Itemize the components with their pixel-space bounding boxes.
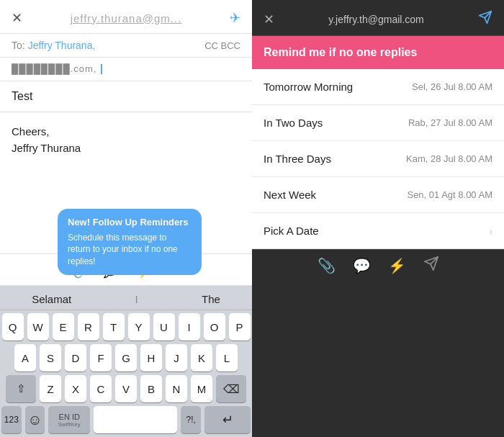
subject-text: Test: [12, 90, 32, 102]
right-send-icon[interactable]: [478, 10, 492, 28]
reminder-label-two-days: In Two Days: [264, 117, 323, 129]
reminder-item-two-days[interactable]: In Two Days Rab, 27 Jul 8.00 AM: [252, 105, 504, 141]
right-header: ✕ y.jeffry.th@gmail.com: [252, 0, 504, 36]
space-key[interactable]: [94, 406, 177, 433]
key-j[interactable]: J: [166, 344, 187, 371]
tooltip-bubble: New! Follow Up Reminders Schedule this m…: [58, 209, 202, 275]
key-x[interactable]: X: [65, 375, 86, 402]
autocorrect-word-1[interactable]: Selamat: [26, 292, 77, 307]
reminder-date-tomorrow: Sel, 26 Jul 8.00 AM: [412, 81, 492, 92]
reminder-label-three-days: In Three Days: [264, 153, 331, 165]
email-input-row[interactable]: ████████.com,: [0, 58, 252, 81]
reminder-item-three-days[interactable]: In Three Days Kam, 28 Jul 8.00 AM: [252, 141, 504, 177]
key-rows: Q W E R T Y U I O P A S D F G H J K: [0, 310, 252, 433]
reminder-item-pick-date[interactable]: Pick A Date ›: [252, 213, 504, 249]
reminder-label-pick-date: Pick A Date: [264, 225, 319, 237]
reminder-item-next-week[interactable]: Next Week Sen, 01 Agt 8.00 AM: [252, 177, 504, 213]
right-keyboard-placeholder: [252, 281, 504, 437]
key-o[interactable]: O: [204, 313, 225, 341]
key-i[interactable]: I: [179, 313, 200, 341]
key-v[interactable]: V: [115, 375, 137, 402]
reminder-list: Tomorrow Morning Sel, 26 Jul 8.00 AM In …: [252, 69, 504, 249]
reminder-date-two-days: Rab, 27 Jul 8.00 AM: [408, 117, 492, 128]
send-icon[interactable]: ✈: [230, 10, 240, 26]
key-y[interactable]: Y: [128, 313, 150, 341]
key-g[interactable]: G: [115, 344, 137, 371]
right-bolt-icon[interactable]: ⚡: [388, 257, 406, 274]
keyboard: Selamat I The Q W E R T Y U I O P A S: [0, 286, 252, 437]
right-toolbar: 📎 💬 ⚡: [252, 249, 504, 281]
right-panel: ✕ y.jeffry.th@gmail.com Remind me if no …: [252, 0, 504, 437]
shift-key[interactable]: ⇧: [6, 375, 36, 402]
key-c[interactable]: C: [90, 375, 112, 402]
right-reminder-icon[interactable]: 💬: [353, 257, 371, 274]
autocorrect-word-3[interactable]: The: [196, 292, 226, 307]
left-panel: ✕ jeffry.thurana@gm... ✈ To: Jeffry Thur…: [0, 0, 252, 437]
reminder-label-tomorrow: Tomorrow Morning: [264, 81, 353, 93]
language-key[interactable]: EN ID SwiftKey: [48, 406, 90, 433]
left-header: ✕ jeffry.thurana@gm... ✈: [0, 0, 252, 34]
remind-header-text: Remind me if no one replies: [264, 46, 417, 58]
key-b[interactable]: B: [140, 375, 162, 402]
cc-bcc-button[interactable]: CC BCC: [204, 40, 240, 51]
key-row-4: 123 ☺ EN ID SwiftKey ?!, ↵: [1, 406, 251, 433]
chevron-right-icon: ›: [489, 225, 492, 237]
compose-recipient-header: jeffry.thurana@gm...: [22, 12, 230, 24]
to-name: Jeffry Thurana,: [28, 40, 96, 51]
to-label: To:: [12, 40, 25, 51]
to-row: To: Jeffry Thurana, CC BCC: [0, 34, 252, 58]
key-row-3: ⇧ Z X C V B N M ⌫: [1, 375, 251, 402]
key-row-2: A S D F G H J K L: [1, 344, 251, 371]
right-attachment-icon[interactable]: 📎: [318, 257, 336, 274]
key-z[interactable]: Z: [40, 375, 61, 402]
cursor: [101, 64, 102, 74]
key-l[interactable]: L: [216, 344, 238, 371]
key-q[interactable]: Q: [2, 313, 24, 341]
autocorrect-word-2[interactable]: I: [130, 292, 144, 307]
reminder-item-tomorrow[interactable]: Tomorrow Morning Sel, 26 Jul 8.00 AM: [252, 69, 504, 105]
body-text: Cheers,Jeffry Thurana: [12, 124, 240, 156]
return-key[interactable]: ↵: [204, 406, 251, 433]
number-key[interactable]: 123: [1, 406, 22, 433]
key-h[interactable]: H: [140, 344, 162, 371]
key-u[interactable]: U: [153, 313, 175, 341]
key-d[interactable]: D: [65, 344, 86, 371]
remind-header: Remind me if no one replies: [252, 36, 504, 69]
key-f[interactable]: F: [90, 344, 112, 371]
key-row-1: Q W E R T Y U I O P: [1, 313, 251, 341]
reminder-date-three-days: Kam, 28 Jul 8.00 AM: [406, 153, 492, 164]
punctuation-key[interactable]: ?!,: [181, 406, 201, 433]
key-n[interactable]: N: [166, 375, 187, 402]
reminder-date-next-week: Sen, 01 Agt 8.00 AM: [407, 189, 492, 200]
key-t[interactable]: T: [103, 313, 125, 341]
key-s[interactable]: S: [40, 344, 61, 371]
close-icon[interactable]: ✕: [12, 10, 22, 26]
key-m[interactable]: M: [191, 375, 212, 402]
tooltip-title: New! Follow Up Reminders: [68, 216, 192, 229]
key-w[interactable]: W: [27, 313, 49, 341]
reminder-label-next-week: Next Week: [264, 189, 316, 201]
key-p[interactable]: P: [229, 313, 251, 341]
subject-row[interactable]: Test: [0, 81, 252, 112]
tooltip-body: Schedule this message to return to your …: [68, 232, 192, 268]
key-a[interactable]: A: [14, 344, 36, 371]
email-value: ████████.com,: [12, 63, 96, 74]
right-close-icon[interactable]: ✕: [264, 12, 274, 27]
autocorrect-row: Selamat I The: [0, 289, 252, 310]
key-k[interactable]: K: [191, 344, 212, 371]
right-header-email: y.jeffry.th@gmail.com: [274, 14, 478, 25]
right-send-toolbar-icon[interactable]: [423, 256, 439, 275]
backspace-key[interactable]: ⌫: [216, 375, 246, 402]
key-r[interactable]: R: [78, 313, 99, 341]
emoji-key[interactable]: ☺: [25, 406, 45, 433]
key-e[interactable]: E: [53, 313, 74, 341]
